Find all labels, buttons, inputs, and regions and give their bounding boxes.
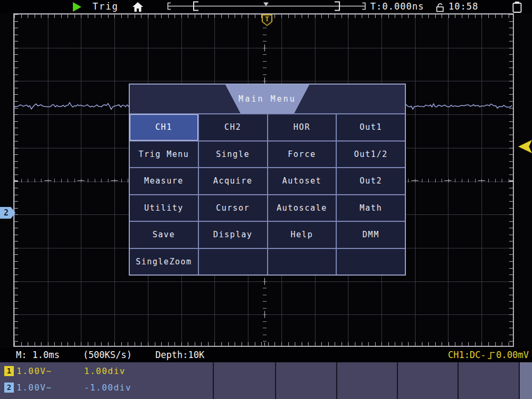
menu-item-single[interactable]: Single bbox=[199, 142, 267, 168]
menu-cell-empty bbox=[337, 249, 405, 275]
scope-screen: Trig T:0.000ns 10:58 bbox=[0, 0, 532, 399]
home-icon[interactable] bbox=[132, 2, 144, 12]
panel-divider bbox=[397, 362, 398, 399]
run-state-icon bbox=[73, 2, 81, 12]
menu-item-utility[interactable]: Utility bbox=[130, 195, 198, 221]
trigger-source-label: CH1:DC- bbox=[448, 348, 486, 362]
menu-item-math[interactable]: Math bbox=[337, 195, 405, 221]
menu-item-out1-2[interactable]: Out1/2 bbox=[337, 142, 405, 168]
timebase-label: M: 1.0ms bbox=[16, 350, 60, 360]
panel-divider bbox=[336, 362, 337, 399]
menu-item-singlezoom[interactable]: SingleZoom bbox=[130, 249, 198, 275]
menu-item-out2[interactable]: Out2 bbox=[337, 168, 405, 194]
bottom-panel: 11.00V~ 1.00div 21.00V~ -1.00div bbox=[0, 362, 532, 399]
menu-item-force[interactable]: Force bbox=[268, 142, 336, 168]
sample-rate-label: (500KS/s) bbox=[83, 350, 132, 360]
bottom-status-bar: M: 1.0ms(500KS/s)Depth:10K CH1:DC- 0.00m… bbox=[0, 348, 532, 362]
menu-item-dmm[interactable]: DMM bbox=[337, 222, 405, 248]
trigger-position-marker[interactable]: T bbox=[262, 14, 272, 26]
panel-divider bbox=[275, 362, 276, 399]
menu-cell-empty bbox=[268, 249, 336, 275]
trigger-level-arrow[interactable] bbox=[518, 140, 532, 153]
main-menu-grid: CH1 CH2 HOR Out1 Trig Menu Single Force … bbox=[130, 114, 405, 275]
menu-item-ch2[interactable]: CH2 bbox=[199, 114, 267, 140]
acquisition-status: M: 1.0ms(500KS/s)Depth:10K bbox=[16, 348, 228, 362]
menu-item-help[interactable]: Help bbox=[268, 222, 336, 248]
menu-item-measure[interactable]: Measure bbox=[130, 168, 198, 194]
record-depth-label: Depth:10K bbox=[155, 350, 204, 360]
horizontal-position-indicator bbox=[167, 1, 367, 12]
top-status-bar: Trig T:0.000ns 10:58 bbox=[0, 0, 532, 13]
trigger-position-marker-label: T bbox=[262, 15, 272, 23]
trigger-settings-readout: CH1:DC- 0.00mV bbox=[448, 348, 529, 362]
menu-item-trig-menu[interactable]: Trig Menu bbox=[130, 142, 198, 168]
channel-1-badge[interactable]: 1 bbox=[4, 366, 14, 376]
menu-item-display[interactable]: Display bbox=[199, 222, 267, 248]
trigger-level-label: 0.00mV bbox=[496, 348, 529, 362]
trigger-status-label: Trig bbox=[93, 1, 119, 12]
channel-1-scale: 1.00V~ bbox=[16, 366, 52, 376]
rising-edge-icon bbox=[487, 351, 496, 360]
battery-icon bbox=[511, 1, 523, 13]
panel-divider bbox=[213, 362, 214, 399]
menu-item-ch1[interactable]: CH1 bbox=[130, 114, 198, 140]
trigger-time-offset-label: T:0.000ns bbox=[370, 1, 424, 12]
main-menu-dialog: Main Menu CH1 CH2 HOR Out1 Trig Menu Sin… bbox=[129, 84, 406, 276]
channel-2-scale: 1.00V~ bbox=[16, 383, 52, 393]
channel-1-position: 1.00div bbox=[84, 366, 126, 376]
menu-item-autoset[interactable]: Autoset bbox=[268, 168, 336, 194]
menu-item-acquire[interactable]: Acquire bbox=[199, 168, 267, 194]
menu-item-hor[interactable]: HOR bbox=[268, 114, 336, 140]
channel-2-info[interactable]: 21.00V~ -1.00div bbox=[4, 383, 52, 393]
panel-divider bbox=[458, 362, 459, 399]
channel-1-info[interactable]: 11.00V~ 1.00div bbox=[4, 366, 52, 377]
main-menu-title: Main Menu bbox=[238, 94, 296, 104]
menu-cell-empty bbox=[199, 249, 267, 275]
menu-item-cursor[interactable]: Cursor bbox=[199, 195, 267, 221]
channel-2-position: -1.00div bbox=[84, 383, 131, 393]
main-menu-header: Main Menu bbox=[130, 85, 405, 114]
menu-item-save[interactable]: Save bbox=[130, 222, 198, 248]
channel-2-badge[interactable]: 2 bbox=[4, 383, 14, 393]
clock-label: 10:58 bbox=[448, 1, 478, 12]
menu-item-out1[interactable]: Out1 bbox=[337, 114, 405, 140]
unlock-icon bbox=[435, 3, 446, 12]
menu-item-autoscale[interactable]: Autoscale bbox=[268, 195, 336, 221]
main-menu-title-tab: Main Menu bbox=[226, 85, 310, 113]
panel-edge-strip bbox=[520, 362, 532, 399]
